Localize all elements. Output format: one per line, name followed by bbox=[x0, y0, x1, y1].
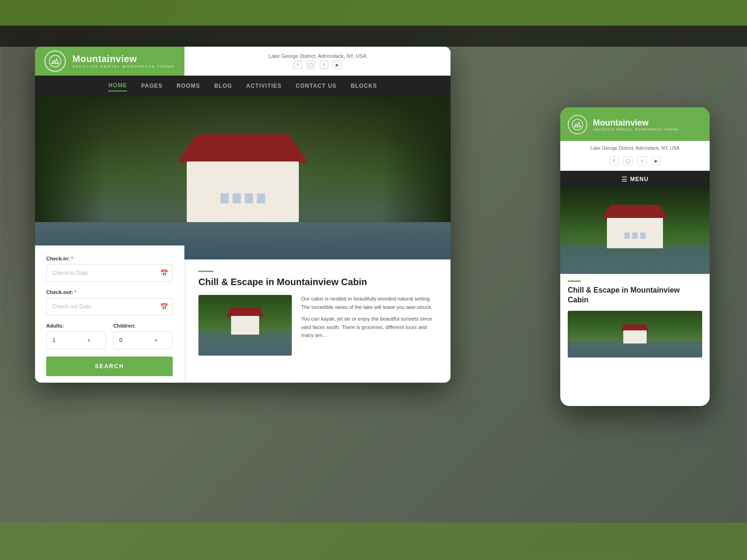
adults-select[interactable]: 1 ▼ bbox=[46, 331, 106, 349]
booking-panel: Check-in: * Check-in Date 📅 Check-out: * bbox=[35, 245, 184, 383]
mhb-main bbox=[607, 218, 663, 248]
section-title: Chill & Escape in Mountainview Cabin bbox=[198, 277, 437, 287]
nav-item-rooms[interactable]: ROOMS bbox=[176, 81, 200, 91]
checkout-field-group: Check-out: * Check-out Date 📅 bbox=[46, 289, 173, 315]
content-text: Our cabin is nestled in beautifully wood… bbox=[301, 295, 437, 356]
mobile-section-title: Chill & Escape in Mountainview Cabin bbox=[568, 286, 702, 305]
mobile-twitter-icon[interactable]: t bbox=[637, 156, 647, 166]
content-para-1: Our cabin is nestled in beautifully wood… bbox=[301, 295, 437, 311]
desktop-mockup: Mountainview VACATION RENTAL WORDPRESS T… bbox=[35, 47, 451, 383]
mobile-divider bbox=[568, 280, 581, 282]
nav-item-pages[interactable]: PAGES bbox=[141, 81, 162, 91]
checkin-required: * bbox=[71, 256, 73, 261]
guests-row: Adults: 1 ▼ Children: 0 ▼ bbox=[46, 323, 173, 349]
mobile-hero-building bbox=[602, 206, 668, 248]
svg-point-1 bbox=[572, 119, 583, 130]
nav-item-blog[interactable]: BLOG bbox=[214, 81, 233, 91]
desktop-logo-text: Mountainview VACATION RENTAL WORDPRESS T… bbox=[72, 54, 175, 69]
cb-roof bbox=[226, 308, 264, 317]
desktop-location: Lake George District, Adirondack, NY, US… bbox=[268, 53, 366, 59]
mci-building bbox=[621, 325, 649, 343]
mobile-content: Chill & Escape in Mountainview Cabin bbox=[560, 274, 710, 364]
hamburger-icon[interactable]: ☰ bbox=[621, 175, 627, 183]
content-para-2: You can kayak, jet ski or enjoy the beau… bbox=[301, 315, 437, 340]
nav-item-blocks[interactable]: BLOCKS bbox=[351, 81, 377, 91]
mobile-logo-circle bbox=[568, 115, 587, 134]
calendar-icon-checkin: 📅 bbox=[160, 269, 168, 277]
content-img-building bbox=[226, 309, 264, 335]
desktop-social-bar: f ◯ t ▶ bbox=[294, 61, 341, 69]
desktop-header: Mountainview VACATION RENTAL WORDPRESS T… bbox=[35, 47, 451, 76]
nav-item-contact[interactable]: CONTACT US bbox=[296, 81, 337, 91]
section-divider bbox=[198, 271, 213, 272]
content-flex: Our cabin is nestled in beautifully wood… bbox=[198, 295, 437, 356]
children-label: Children: bbox=[113, 323, 173, 329]
mobile-facebook-icon[interactable]: f bbox=[609, 156, 619, 166]
mobile-logo-text: Mountainview VACATION RENTAL WORDPRESS T… bbox=[593, 118, 679, 131]
mobile-header: Mountainview VACATION RENTAL WORDPRESS T… bbox=[560, 107, 710, 141]
mci-main bbox=[623, 330, 647, 343]
desktop-header-right: Lake George District, Adirondack, NY, US… bbox=[184, 47, 451, 76]
mhb-roof bbox=[602, 205, 668, 219]
hero-building bbox=[177, 138, 308, 222]
checkin-input[interactable]: Check-in Date bbox=[46, 264, 173, 282]
checkout-label: Check-out: * bbox=[46, 289, 173, 295]
window-4 bbox=[257, 193, 265, 203]
mobile-social-bar: f ◯ t ▶ bbox=[560, 154, 710, 171]
mobile-instagram-icon[interactable]: ◯ bbox=[623, 156, 633, 166]
mobile-logo-icon bbox=[571, 119, 584, 131]
mobile-nav-bar: ☰ MENU bbox=[560, 171, 710, 188]
desktop-logo-circle bbox=[44, 50, 66, 72]
bg-bottom-bar bbox=[0, 523, 747, 560]
hero-trees-left bbox=[35, 96, 105, 222]
checkin-label: Check-in: * bbox=[46, 256, 173, 261]
adults-arrow: ▼ bbox=[87, 338, 92, 343]
content-img-lake bbox=[198, 332, 292, 356]
adults-label: Adults: bbox=[46, 323, 106, 329]
mobile-logo-subtitle: VACATION RENTAL WORDPRESS THEME bbox=[593, 128, 679, 131]
mobile-hero bbox=[560, 188, 710, 274]
nav-item-home[interactable]: HOME bbox=[108, 80, 127, 91]
desktop-logo-area: Mountainview VACATION RENTAL WORDPRESS T… bbox=[35, 47, 184, 76]
facebook-icon[interactable]: f bbox=[294, 61, 302, 69]
youtube-icon[interactable]: ▶ bbox=[333, 61, 341, 69]
desktop-hero bbox=[35, 96, 451, 259]
logo-icon bbox=[49, 55, 62, 68]
children-arrow: ▼ bbox=[154, 338, 158, 343]
mobile-location-text: Lake George District, Adirondack, NY, US… bbox=[568, 146, 702, 151]
mobile-hero-water bbox=[560, 246, 710, 274]
mobile-content-image bbox=[568, 311, 702, 357]
twitter-icon[interactable]: t bbox=[320, 61, 328, 69]
bg-top-bar bbox=[0, 0, 747, 26]
desktop-logo-title: Mountainview bbox=[72, 54, 175, 64]
mci-lake bbox=[568, 341, 702, 357]
window-2 bbox=[233, 193, 241, 203]
mobile-location-bar: Lake George District, Adirondack, NY, US… bbox=[560, 141, 710, 154]
mobile-mockup: Mountainview VACATION RENTAL WORDPRESS T… bbox=[560, 107, 710, 406]
svg-point-0 bbox=[49, 56, 61, 67]
children-field: Children: 0 ▼ bbox=[113, 323, 173, 349]
cb-main bbox=[231, 316, 259, 335]
checkin-field-group: Check-in: * Check-in Date 📅 bbox=[46, 256, 173, 282]
window-1 bbox=[220, 193, 229, 203]
content-image bbox=[198, 295, 292, 356]
search-button[interactable]: SEARCH bbox=[46, 357, 173, 376]
mobile-menu-label[interactable]: MENU bbox=[630, 176, 648, 182]
checkout-input[interactable]: Check-out Date bbox=[46, 298, 173, 315]
mhb-window-3 bbox=[640, 232, 646, 239]
desktop-content: Check-in: * Check-in Date 📅 Check-out: * bbox=[35, 259, 451, 383]
bg-nav-bar bbox=[0, 26, 747, 47]
checkout-required: * bbox=[74, 289, 76, 295]
children-select[interactable]: 0 ▼ bbox=[113, 331, 173, 349]
mobile-logo-title: Mountainview bbox=[593, 118, 679, 128]
desktop-logo-subtitle: VACATION RENTAL WORDPRESS THEME bbox=[72, 64, 175, 69]
mhb-window-2 bbox=[632, 232, 638, 239]
building-main bbox=[187, 161, 299, 222]
desktop-nav: HOME PAGES ROOMS BLOG ACTIVITIES CONTACT… bbox=[35, 76, 451, 96]
window-3 bbox=[245, 193, 253, 203]
building-windows bbox=[205, 193, 280, 203]
adults-field: Adults: 1 ▼ bbox=[46, 323, 106, 349]
instagram-icon[interactable]: ◯ bbox=[307, 61, 315, 69]
nav-item-activities[interactable]: ACTIVITIES bbox=[246, 81, 282, 91]
mobile-youtube-icon[interactable]: ▶ bbox=[651, 156, 661, 166]
